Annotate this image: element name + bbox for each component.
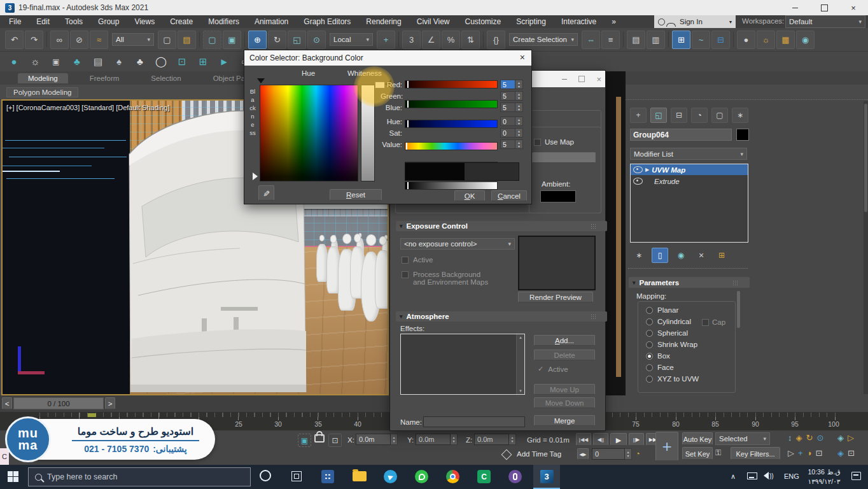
percent-snap-icon[interactable]: % <box>442 31 460 49</box>
trees-icon[interactable]: ♣ <box>69 54 85 69</box>
menu-graph-editors[interactable]: Graph Editors <box>304 17 351 26</box>
language-indicator[interactable]: ENG <box>784 472 799 480</box>
select-link-icon[interactable]: ∞ <box>50 31 69 49</box>
sat-spinner[interactable]: 0▴▾ <box>500 128 523 138</box>
modify-tab-icon[interactable]: ◱ <box>650 108 667 123</box>
ambient-color-swatch[interactable] <box>540 190 576 202</box>
exposure-control-header[interactable]: Exposure Control <box>396 221 607 231</box>
color-selector-titlebar[interactable]: Color Selector: Background Color × <box>244 50 531 66</box>
atmosphere-header[interactable]: Atmosphere <box>396 311 607 322</box>
go-to-start-button[interactable]: |◀◀ <box>576 433 591 446</box>
workspace-dropdown[interactable]: Default <box>785 15 865 28</box>
material-editor-icon[interactable]: ● <box>737 31 755 49</box>
maximize-button[interactable] <box>809 4 839 11</box>
align-icon[interactable]: ≡ <box>601 31 620 49</box>
menu-overflow-chevron[interactable]: » <box>612 17 616 26</box>
x-coordinate-spinner[interactable]: 0.0m▴▾ <box>356 434 398 445</box>
start-button[interactable] <box>8 471 18 482</box>
panel-scrollbar[interactable] <box>864 101 868 394</box>
display-tab-icon[interactable]: ▢ <box>711 108 728 123</box>
color-selector-close-icon[interactable]: × <box>520 52 525 62</box>
add-time-tag[interactable]: Add Time Tag <box>517 450 561 458</box>
zoom-extents-icon[interactable]: ⊙ <box>816 433 823 443</box>
snap-toggle-icon[interactable]: 3 <box>402 31 421 49</box>
menu-rendering[interactable]: Rendering <box>366 17 401 26</box>
red-spinner[interactable]: 5▴▾ <box>500 80 523 89</box>
delete-effect-button[interactable]: Delete <box>534 350 595 360</box>
tab-freeform[interactable]: Freeform <box>80 73 130 83</box>
tab-selection[interactable]: Selection <box>141 73 191 83</box>
scale-tool-icon[interactable]: ◱ <box>288 31 306 49</box>
corona-icon[interactable]: ◯ <box>153 54 169 69</box>
y-coordinate-spinner[interactable]: 0.0m▴▾ <box>416 434 458 445</box>
time-slider[interactable]: 0 / 100 <box>13 397 104 409</box>
quad-view-icon[interactable]: ⊞ <box>195 54 211 69</box>
time-configuration-icon[interactable]: ◔ <box>635 449 640 458</box>
configure-modifier-sets-icon[interactable]: ⊞ <box>714 248 729 262</box>
blackness-marker-icon[interactable] <box>253 173 258 180</box>
absolute-mode-icon[interactable]: ⊡ <box>328 434 342 447</box>
object-name-field[interactable]: Group064 <box>630 129 732 141</box>
dialog-close-icon[interactable]: × <box>596 74 601 84</box>
stack-item-extrude[interactable]: Extrude <box>631 176 748 187</box>
bind-spacewarp-icon[interactable]: ≈ <box>90 31 108 49</box>
network-icon[interactable] <box>747 472 757 479</box>
calculator-icon[interactable] <box>321 470 334 483</box>
z-coordinate-spinner[interactable]: 0.0m▴▾ <box>474 434 516 445</box>
pan-icon[interactable]: ▷ <box>788 448 794 458</box>
camera-icon[interactable]: ▣ <box>48 54 64 69</box>
chrome-icon[interactable] <box>446 470 459 483</box>
render-icon[interactable]: ◉ <box>796 31 815 49</box>
reference-coordinate-dropdown[interactable]: Local <box>330 33 373 46</box>
move-up-button[interactable]: Move Up <box>534 384 595 395</box>
next-frame-button[interactable]: > <box>105 397 115 409</box>
menu-customize[interactable]: Customize <box>465 17 501 26</box>
window-crossing-icon[interactable]: ▣ <box>223 31 241 49</box>
scene-explorer-icon[interactable]: ▤ <box>627 31 645 49</box>
radio-cylindrical[interactable]: Cylindrical <box>646 318 691 325</box>
volume-icon[interactable]: )) <box>764 472 774 479</box>
close-button[interactable]: × <box>839 3 868 13</box>
video-icon[interactable]: ▶ <box>216 54 232 69</box>
rendered-frame-icon[interactable]: ▦ <box>776 31 795 49</box>
remove-modifier-icon[interactable]: × <box>694 248 709 262</box>
light-icon[interactable]: ● <box>6 54 22 69</box>
show-end-result-icon[interactable]: ▯ <box>652 248 668 263</box>
visibility-eye-icon[interactable] <box>633 178 643 185</box>
isolate-selection-icon[interactable]: ▣ <box>298 434 311 447</box>
key-filters-button[interactable]: Key Filters... <box>731 447 780 460</box>
orbit-icon[interactable]: ↻ <box>806 433 813 443</box>
cortana-icon[interactable] <box>260 470 271 481</box>
tree-icon[interactable]: ♣ <box>132 54 148 69</box>
orbit-subobject-icon[interactable]: ◑ <box>807 448 812 458</box>
redo-icon[interactable]: ↷ <box>25 31 43 49</box>
move-tool-icon[interactable]: ⊕ <box>248 31 267 49</box>
named-selection-sets-icon[interactable]: {} <box>487 31 505 49</box>
menu-tools[interactable]: Tools <box>65 17 83 26</box>
rotate-tool-icon[interactable]: ↻ <box>268 31 286 49</box>
tab-modeling[interactable]: Modeling <box>18 73 68 83</box>
zoom-icon[interactable]: ↕ <box>788 433 792 443</box>
menu-scripting[interactable]: Scripting <box>516 17 546 26</box>
effect-active-checkbox[interactable]: ✓Active <box>538 365 568 373</box>
field-of-view-icon[interactable]: ▷ <box>848 433 854 443</box>
radio-box[interactable]: Box <box>646 352 670 360</box>
set-keys-big-button[interactable]: + <box>655 432 678 461</box>
rectangular-region-icon[interactable]: ▢ <box>203 31 221 49</box>
radio-xyz-uvw[interactable]: XYZ to UVW <box>646 375 699 383</box>
blue-spinner[interactable]: 5▴▾ <box>500 103 523 112</box>
radio-planar[interactable]: Planar <box>646 306 678 314</box>
camtasia-icon[interactable]: C <box>477 470 491 483</box>
set-key-button[interactable]: Set Key <box>682 447 713 460</box>
zoom-region-icon[interactable]: ◈ <box>837 433 844 443</box>
minimize-button[interactable] <box>780 3 809 12</box>
pine-tree-icon[interactable]: ♠ <box>111 54 127 69</box>
layer-explorer-icon[interactable]: ▥ <box>647 31 665 49</box>
named-selection-set-dropdown[interactable]: Create Selection Se <box>509 33 578 46</box>
menu-civil-view[interactable]: Civil View <box>417 17 450 26</box>
effects-list-scrollbar[interactable]: ▴ ▾ <box>516 334 524 394</box>
current-frame-spinner[interactable]: 0▴▾ <box>592 448 632 460</box>
task-view-icon[interactable] <box>291 471 302 481</box>
cancel-button[interactable]: Cancel <box>491 190 527 201</box>
radio-shrink-wrap[interactable]: Shrink Wrap <box>646 341 697 348</box>
